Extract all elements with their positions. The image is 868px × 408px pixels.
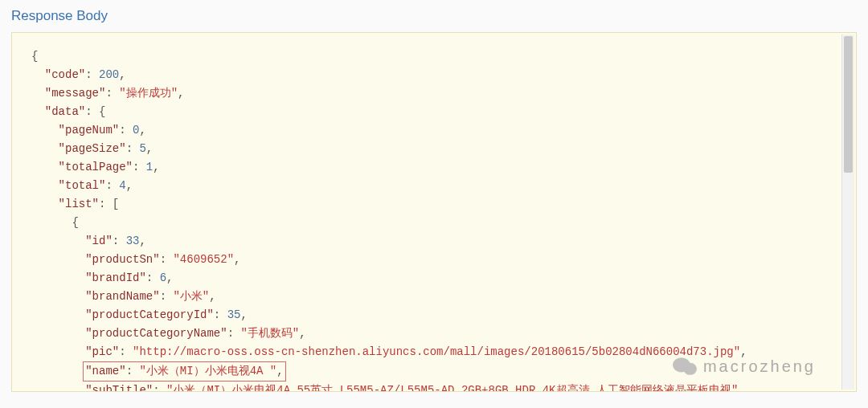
token-key: "brandName": [85, 290, 159, 303]
token-str: "小米（MI）小米电视4A ": [139, 365, 276, 377]
token-pun: ,: [146, 142, 153, 155]
token-key: "message": [45, 87, 106, 100]
token-key: "list": [59, 198, 99, 210]
token-key: "id": [85, 235, 113, 247]
token-pun: :: [105, 87, 119, 100]
token-pun: ,: [178, 87, 184, 100]
token-str: "手机数码": [240, 327, 299, 340]
code-line: "pageSize": 5,: [31, 140, 848, 158]
token-pun: :: [133, 161, 146, 173]
token-key: "brandId": [85, 271, 146, 284]
code-line: {: [31, 47, 848, 66]
code-line: "list": [: [31, 195, 848, 214]
token-key: "productCategoryName": [85, 327, 227, 340]
token-pun: ,: [209, 290, 215, 303]
section-header: Response Body: [0, 0, 868, 32]
json-code-block: { "code": 200, "message": "操作成功", "data"…: [31, 47, 848, 391]
code-line: "message": "操作成功",: [31, 84, 848, 103]
token-str: "http://macro-oss.oss-cn-shenzhen.aliyun…: [133, 345, 740, 358]
token-num: 35: [227, 308, 241, 321]
token-pun: ,: [234, 253, 240, 266]
vertical-scrollbar[interactable]: [841, 35, 854, 390]
token-key: "total": [59, 179, 106, 192]
token-pun: :: [227, 327, 241, 340]
token-pun: ,: [119, 68, 125, 81]
token-key: "pageSize": [59, 142, 126, 155]
token-key: "pic": [85, 345, 119, 358]
token-pun: : {: [85, 105, 105, 118]
code-line: "productCategoryName": "手机数码",: [31, 324, 848, 343]
code-line: "productCategoryId": 35,: [31, 306, 848, 324]
token-pun: :: [119, 345, 133, 358]
token-key: "productSn": [85, 253, 159, 266]
code-line: "subTitle": "小米（MI）小米电视4A 55英寸 L55M5-AZ/…: [31, 381, 848, 391]
token-key: "productCategoryId": [85, 308, 214, 321]
code-line: "data": {: [31, 103, 848, 121]
code-line: "total": 4,: [31, 177, 848, 195]
code-line: "brandName": "小米",: [31, 288, 848, 306]
token-pun: ,: [166, 271, 173, 284]
token-pun: :: [126, 365, 140, 377]
token-pun: :: [160, 253, 174, 266]
code-line: "code": 200,: [31, 66, 848, 84]
token-key: "name": [85, 365, 125, 377]
token-pun: {: [31, 50, 38, 63]
token-key: "code": [45, 68, 85, 81]
token-key: "totalPage": [59, 161, 133, 173]
token-pun: :: [146, 271, 160, 284]
token-num: 5: [139, 142, 145, 155]
token-pun: :: [214, 308, 227, 321]
code-line: "brandId": 6,: [31, 269, 848, 288]
token-pun: :: [113, 235, 126, 247]
response-body-panel: { "code": 200, "message": "操作成功", "data"…: [11, 32, 857, 392]
token-pun: :: [126, 142, 140, 155]
token-pun: ,: [738, 384, 744, 391]
token-pun: ,: [240, 308, 247, 321]
token-str: "4609652": [173, 253, 234, 266]
code-line: "productSn": "4609652",: [31, 251, 848, 269]
token-pun: ,: [139, 235, 145, 247]
token-pun: :: [105, 179, 119, 192]
token-pun: :: [85, 68, 99, 81]
token-key: "pageNum": [59, 124, 120, 137]
token-pun: :: [160, 290, 174, 303]
token-pun: ,: [153, 161, 159, 173]
token-num: 4: [119, 179, 125, 192]
token-pun: ,: [126, 179, 133, 192]
token-str: "操作成功": [119, 87, 178, 100]
token-num: 6: [160, 271, 166, 284]
code-line: "totalPage": 1,: [31, 158, 848, 177]
token-pun: :: [119, 124, 133, 137]
token-pun: ,: [139, 124, 145, 137]
token-key: "data": [45, 105, 85, 118]
token-pun: ,: [276, 365, 283, 377]
token-pun: ,: [299, 327, 305, 340]
code-line: "name": "小米（MI）小米电视4A ",: [31, 361, 848, 381]
code-line: "id": 33,: [31, 232, 848, 251]
code-line: "pageNum": 0,: [31, 121, 848, 140]
code-viewport: { "code": 200, "message": "操作成功", "data"…: [12, 33, 856, 391]
token-key: "subTitle": [85, 384, 153, 391]
token-pun: {: [72, 216, 78, 229]
token-str: "小米（MI）小米电视4A 55英寸 L55M5-AZ/L55M5-AD 2GB…: [166, 384, 738, 391]
highlighted-span: "name": "小米（MI）小米电视4A ",: [83, 361, 285, 381]
code-line: {: [31, 214, 848, 232]
token-str: "小米": [173, 290, 209, 303]
token-pun: : [: [99, 198, 119, 210]
scroll-thumb[interactable]: [844, 36, 853, 173]
code-line: "pic": "http://macro-oss.oss-cn-shenzhen…: [31, 343, 848, 361]
token-num: 1: [146, 161, 153, 173]
token-num: 200: [99, 68, 119, 81]
token-pun: :: [153, 384, 166, 391]
token-pun: ,: [740, 345, 747, 358]
token-num: 33: [126, 235, 140, 247]
